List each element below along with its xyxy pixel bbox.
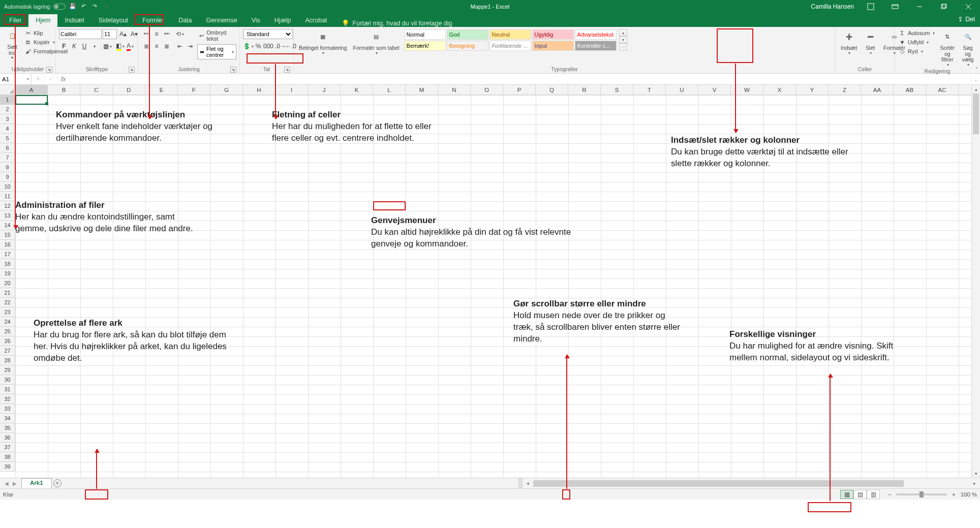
row-header-31[interactable]: 31 <box>0 385 15 394</box>
column-header-D[interactable]: D <box>113 85 145 95</box>
align-left-icon[interactable]: ≣ <box>141 41 151 51</box>
cancel-formula-icon[interactable]: ✕ <box>32 76 45 82</box>
align-middle-icon[interactable]: ≡ <box>151 29 162 39</box>
row-header-38[interactable]: 38 <box>0 452 15 462</box>
column-header-H[interactable]: H <box>243 85 275 95</box>
merge-center-button[interactable]: ⬌Flet og centrer <box>197 44 236 59</box>
sheet-nav[interactable]: ◀ ▶ <box>0 478 21 488</box>
increase-decimal-icon[interactable]: .0→ <box>275 41 286 51</box>
column-headers[interactable]: ABCDEFGHIJKLMNOPQRSTUVWXYZAAABAC <box>15 85 971 95</box>
format-as-table-button[interactable]: ▤ Formatér som tabel <box>351 29 402 56</box>
column-header-R[interactable]: R <box>568 85 601 95</box>
tab-indsaet[interactable]: Indsæt <box>57 14 91 27</box>
align-right-icon[interactable]: ≣ <box>162 41 172 51</box>
tell-me-search[interactable]: 💡 Fortæl mig, hvad du vil foretage dig <box>334 19 452 27</box>
minimize-button[interactable] <box>908 0 931 13</box>
align-bottom-icon[interactable]: ⬵ <box>162 29 172 39</box>
underline-more[interactable]: ▾ <box>89 41 100 51</box>
row-header-7[interactable]: 7 <box>0 153 15 163</box>
select-all-corner[interactable] <box>0 85 15 95</box>
column-header-N[interactable]: N <box>438 85 471 95</box>
bold-button[interactable]: F <box>59 41 69 51</box>
scroll-thumb-h[interactable] <box>533 480 904 487</box>
column-header-T[interactable]: T <box>633 85 666 95</box>
font-size-combo[interactable] <box>103 29 117 39</box>
row-header-25[interactable]: 25 <box>0 327 15 336</box>
conditional-formatting-button[interactable]: ▦ Betinget formatering <box>297 29 349 56</box>
scroll-left-icon[interactable]: ◂ <box>524 479 532 488</box>
zoom-slider[interactable] <box>896 493 947 495</box>
cell-style-1[interactable]: God <box>447 29 488 40</box>
row-header-16[interactable]: 16 <box>0 240 15 250</box>
tab-hjaelp[interactable]: Hjælp <box>267 14 298 27</box>
column-header-B[interactable]: B <box>48 85 80 95</box>
autosum-button[interactable]: ΣAutosum <box>898 29 936 37</box>
row-header-14[interactable]: 14 <box>0 221 15 230</box>
row-header-30[interactable]: 30 <box>0 375 15 385</box>
cell-style-7[interactable]: Forklarende ... <box>489 41 531 51</box>
align-center-icon[interactable]: ≡ <box>151 41 162 51</box>
save-icon[interactable]: 💾 <box>69 3 77 11</box>
column-header-M[interactable]: M <box>406 85 438 95</box>
scroll-right-icon[interactable]: ▸ <box>970 479 979 488</box>
font-dialog-launcher[interactable]: ⬊ <box>129 67 135 73</box>
sheet-nav-next-icon[interactable]: ▶ <box>11 481 18 486</box>
active-cell[interactable] <box>15 95 48 105</box>
tab-hjem[interactable]: Hjem <box>28 14 57 27</box>
redo-icon[interactable]: ↷ <box>91 3 99 11</box>
column-header-U[interactable]: U <box>666 85 698 95</box>
row-header-20[interactable]: 20 <box>0 278 15 288</box>
column-header-V[interactable]: V <box>698 85 731 95</box>
row-header-18[interactable]: 18 <box>0 259 15 269</box>
increase-indent-icon[interactable]: ⇥ <box>185 41 195 51</box>
column-header-L[interactable]: L <box>373 85 406 95</box>
horizontal-scrollbar[interactable]: ◂ ▸ <box>523 478 980 488</box>
font-color-button[interactable]: A <box>125 41 135 51</box>
column-header-F[interactable]: F <box>178 85 210 95</box>
row-header-27[interactable]: 27 <box>0 346 15 356</box>
orientation-icon[interactable]: ⟲ <box>175 29 185 39</box>
column-header-A[interactable]: A <box>15 85 48 95</box>
column-header-C[interactable]: C <box>80 85 113 95</box>
tab-formler[interactable]: Formler <box>135 14 171 27</box>
cell-style-8[interactable]: Input <box>532 41 574 51</box>
percent-format-icon[interactable]: % <box>253 41 263 51</box>
row-header-26[interactable]: 26 <box>0 336 15 346</box>
styles-down-icon[interactable]: ▾ <box>619 36 627 43</box>
maximize-button[interactable] <box>932 0 956 13</box>
zoom-control[interactable]: − + 100 % <box>886 491 977 498</box>
scroll-thumb-v[interactable] <box>973 94 979 134</box>
user-name[interactable]: Camilla Hansen <box>811 3 854 10</box>
row-header-37[interactable]: 37 <box>0 443 15 452</box>
row-header-12[interactable]: 12 <box>0 201 15 211</box>
wrap-text-button[interactable]: ↩Ombryd tekst <box>197 29 236 42</box>
italic-button[interactable]: K <box>69 41 79 51</box>
row-header-32[interactable]: 32 <box>0 394 15 404</box>
cell-style-5[interactable]: Bemærk! <box>404 41 446 51</box>
sort-filter-button[interactable]: ⇅Sortér og filtrer <box>938 29 957 68</box>
column-header-AA[interactable]: AA <box>861 85 894 95</box>
align-top-icon[interactable]: ⬴ <box>141 29 151 39</box>
share-button[interactable]: ⇪ Del <box>958 15 975 23</box>
qat-customize-icon[interactable] <box>102 3 110 11</box>
row-header-28[interactable]: 28 <box>0 356 15 365</box>
column-header-J[interactable]: J <box>308 85 341 95</box>
cell-style-4[interactable]: Advarselstekst <box>575 29 617 40</box>
row-header-21[interactable]: 21 <box>0 288 15 298</box>
tab-vis[interactable]: Vis <box>244 14 267 27</box>
alignment-dialog-launcher[interactable]: ⬊ <box>230 67 236 73</box>
underline-button[interactable]: U <box>79 41 89 51</box>
row-header-15[interactable]: 15 <box>0 230 15 240</box>
styles-scroll[interactable]: ▴ ▾ ⋯ <box>619 29 627 50</box>
ribbon-display-icon[interactable] <box>883 0 907 13</box>
row-header-1[interactable]: 1 <box>0 95 15 105</box>
view-normal-button[interactable]: ▦ <box>840 490 853 499</box>
row-header-2[interactable]: 2 <box>0 105 15 114</box>
sheet-tab-ark1[interactable]: Ark1 <box>21 478 52 488</box>
vertical-scrollbar[interactable]: ▴ ▾ <box>971 85 980 478</box>
find-select-button[interactable]: 🔍Søg og vælg <box>959 29 977 68</box>
column-header-Q[interactable]: Q <box>536 85 568 95</box>
row-header-4[interactable]: 4 <box>0 124 15 134</box>
row-header-17[interactable]: 17 <box>0 250 15 259</box>
cells-area[interactable]: Kommandoer på værktøjslinjen Hver enkelt… <box>15 95 971 478</box>
